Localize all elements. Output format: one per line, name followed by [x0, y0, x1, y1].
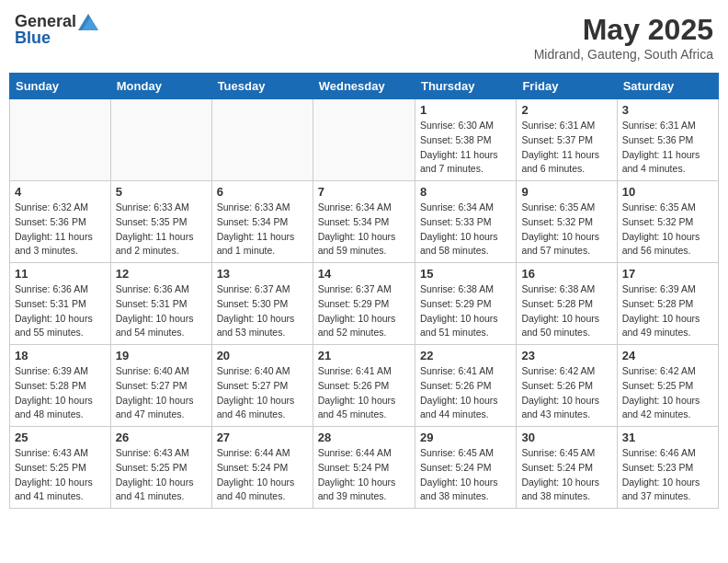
table-row: 1Sunrise: 6:30 AM Sunset: 5:38 PM Daylig…: [415, 99, 516, 181]
table-row: 25Sunrise: 6:43 AM Sunset: 5:25 PM Dayli…: [10, 427, 111, 509]
table-row: 17Sunrise: 6:39 AM Sunset: 5:28 PM Dayli…: [617, 263, 718, 345]
table-row: 5Sunrise: 6:33 AM Sunset: 5:35 PM Daylig…: [110, 181, 211, 263]
table-row: 28Sunrise: 6:44 AM Sunset: 5:24 PM Dayli…: [313, 427, 415, 509]
day-number: 29: [420, 431, 511, 444]
location-title: Midrand, Gauteng, South Africa: [534, 47, 713, 62]
header-tuesday: Tuesday: [211, 74, 313, 99]
day-info: Sunrise: 6:41 AM Sunset: 5:26 PM Dayligh…: [318, 364, 410, 422]
day-number: 11: [15, 267, 106, 281]
day-number: 22: [420, 349, 511, 362]
day-number: 10: [622, 185, 713, 199]
title-section: May 2025 Midrand, Gauteng, South Africa: [534, 13, 713, 62]
week-row-4: 18Sunrise: 6:39 AM Sunset: 5:28 PM Dayli…: [10, 345, 719, 427]
page-header: General Blue May 2025 Midrand, Gauteng, …: [9, 9, 719, 65]
header-monday: Monday: [110, 74, 211, 99]
day-info: Sunrise: 6:30 AM Sunset: 5:38 PM Dayligh…: [420, 119, 511, 177]
table-row: 23Sunrise: 6:42 AM Sunset: 5:26 PM Dayli…: [517, 345, 617, 427]
table-row: 11Sunrise: 6:36 AM Sunset: 5:31 PM Dayli…: [10, 263, 111, 345]
day-info: Sunrise: 6:37 AM Sunset: 5:29 PM Dayligh…: [318, 282, 410, 340]
day-number: 17: [622, 267, 713, 281]
header-wednesday: Wednesday: [313, 74, 415, 99]
day-number: 12: [116, 267, 207, 281]
day-number: 30: [521, 431, 611, 444]
day-info: Sunrise: 6:34 AM Sunset: 5:34 PM Dayligh…: [318, 201, 410, 259]
day-number: 26: [116, 431, 207, 444]
day-info: Sunrise: 6:36 AM Sunset: 5:31 PM Dayligh…: [116, 282, 207, 340]
day-info: Sunrise: 6:44 AM Sunset: 5:24 PM Dayligh…: [217, 446, 308, 504]
day-info: Sunrise: 6:34 AM Sunset: 5:33 PM Dayligh…: [420, 201, 511, 259]
table-row: 16Sunrise: 6:38 AM Sunset: 5:28 PM Dayli…: [517, 263, 617, 345]
day-number: 6: [217, 185, 308, 199]
day-number: 18: [15, 349, 106, 362]
day-number: 14: [318, 267, 410, 281]
month-title: May 2025: [534, 13, 713, 47]
day-info: Sunrise: 6:45 AM Sunset: 5:24 PM Dayligh…: [420, 446, 511, 504]
header-thursday: Thursday: [415, 74, 516, 99]
table-row: 29Sunrise: 6:45 AM Sunset: 5:24 PM Dayli…: [415, 427, 516, 509]
day-info: Sunrise: 6:35 AM Sunset: 5:32 PM Dayligh…: [521, 201, 611, 259]
day-info: Sunrise: 6:36 AM Sunset: 5:31 PM Dayligh…: [15, 282, 106, 340]
table-row: 27Sunrise: 6:44 AM Sunset: 5:24 PM Dayli…: [211, 427, 313, 509]
day-info: Sunrise: 6:35 AM Sunset: 5:32 PM Dayligh…: [622, 201, 713, 259]
day-info: Sunrise: 6:45 AM Sunset: 5:24 PM Dayligh…: [521, 446, 611, 504]
table-row: 7Sunrise: 6:34 AM Sunset: 5:34 PM Daylig…: [313, 181, 415, 263]
table-row: [110, 99, 211, 181]
day-number: 20: [217, 349, 308, 362]
logo: General Blue: [15, 13, 98, 48]
day-info: Sunrise: 6:44 AM Sunset: 5:24 PM Dayligh…: [318, 446, 410, 504]
day-info: Sunrise: 6:39 AM Sunset: 5:28 PM Dayligh…: [15, 364, 106, 422]
day-info: Sunrise: 6:39 AM Sunset: 5:28 PM Dayligh…: [622, 282, 713, 340]
day-info: Sunrise: 6:40 AM Sunset: 5:27 PM Dayligh…: [217, 364, 308, 422]
day-info: Sunrise: 6:41 AM Sunset: 5:26 PM Dayligh…: [420, 364, 511, 422]
day-number: 25: [15, 431, 106, 444]
calendar-table: Sunday Monday Tuesday Wednesday Thursday…: [9, 73, 719, 509]
day-info: Sunrise: 6:38 AM Sunset: 5:28 PM Dayligh…: [521, 282, 611, 340]
day-info: Sunrise: 6:32 AM Sunset: 5:36 PM Dayligh…: [15, 201, 106, 259]
table-row: 8Sunrise: 6:34 AM Sunset: 5:33 PM Daylig…: [415, 181, 516, 263]
table-row: 15Sunrise: 6:38 AM Sunset: 5:29 PM Dayli…: [415, 263, 516, 345]
logo-blue: Blue: [15, 29, 51, 48]
table-row: 10Sunrise: 6:35 AM Sunset: 5:32 PM Dayli…: [617, 181, 718, 263]
day-number: 1: [420, 103, 511, 117]
day-number: 9: [521, 185, 611, 199]
day-number: 28: [318, 431, 410, 444]
table-row: 31Sunrise: 6:46 AM Sunset: 5:23 PM Dayli…: [617, 427, 718, 509]
day-number: 7: [318, 185, 410, 199]
day-number: 4: [15, 185, 106, 199]
weekday-header-row: Sunday Monday Tuesday Wednesday Thursday…: [10, 74, 719, 99]
logo-icon: [78, 14, 98, 30]
day-number: 5: [116, 185, 207, 199]
day-info: Sunrise: 6:33 AM Sunset: 5:34 PM Dayligh…: [217, 201, 308, 259]
table-row: [313, 99, 415, 181]
week-row-5: 25Sunrise: 6:43 AM Sunset: 5:25 PM Dayli…: [10, 427, 719, 509]
table-row: [211, 99, 313, 181]
day-info: Sunrise: 6:37 AM Sunset: 5:30 PM Dayligh…: [217, 282, 308, 340]
day-info: Sunrise: 6:31 AM Sunset: 5:37 PM Dayligh…: [521, 119, 611, 177]
day-info: Sunrise: 6:43 AM Sunset: 5:25 PM Dayligh…: [116, 446, 207, 504]
day-info: Sunrise: 6:40 AM Sunset: 5:27 PM Dayligh…: [116, 364, 207, 422]
table-row: 14Sunrise: 6:37 AM Sunset: 5:29 PM Dayli…: [313, 263, 415, 345]
table-row: 12Sunrise: 6:36 AM Sunset: 5:31 PM Dayli…: [110, 263, 211, 345]
table-row: 18Sunrise: 6:39 AM Sunset: 5:28 PM Dayli…: [10, 345, 111, 427]
day-info: Sunrise: 6:31 AM Sunset: 5:36 PM Dayligh…: [622, 119, 713, 177]
day-number: 2: [521, 103, 611, 117]
table-row: 6Sunrise: 6:33 AM Sunset: 5:34 PM Daylig…: [211, 181, 313, 263]
day-number: 24: [622, 349, 713, 362]
day-number: 13: [217, 267, 308, 281]
table-row: 9Sunrise: 6:35 AM Sunset: 5:32 PM Daylig…: [517, 181, 617, 263]
day-number: 19: [116, 349, 207, 362]
table-row: 13Sunrise: 6:37 AM Sunset: 5:30 PM Dayli…: [211, 263, 313, 345]
day-info: Sunrise: 6:46 AM Sunset: 5:23 PM Dayligh…: [622, 446, 713, 504]
day-number: 31: [622, 431, 713, 444]
table-row: 22Sunrise: 6:41 AM Sunset: 5:26 PM Dayli…: [415, 345, 516, 427]
day-info: Sunrise: 6:42 AM Sunset: 5:25 PM Dayligh…: [622, 364, 713, 422]
header-sunday: Sunday: [10, 74, 111, 99]
table-row: 2Sunrise: 6:31 AM Sunset: 5:37 PM Daylig…: [517, 99, 617, 181]
header-saturday: Saturday: [617, 74, 718, 99]
table-row: 4Sunrise: 6:32 AM Sunset: 5:36 PM Daylig…: [10, 181, 111, 263]
week-row-2: 4Sunrise: 6:32 AM Sunset: 5:36 PM Daylig…: [10, 181, 719, 263]
week-row-1: 1Sunrise: 6:30 AM Sunset: 5:38 PM Daylig…: [10, 99, 719, 181]
day-number: 21: [318, 349, 410, 362]
day-info: Sunrise: 6:38 AM Sunset: 5:29 PM Dayligh…: [420, 282, 511, 340]
day-number: 27: [217, 431, 308, 444]
